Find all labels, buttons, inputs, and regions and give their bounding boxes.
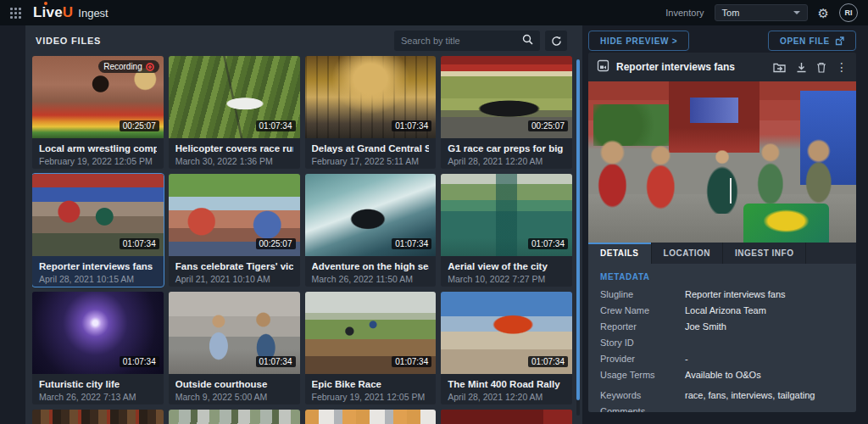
duration-badge: 01:07:34 (528, 356, 568, 367)
duration-badge: 01:07:34 (120, 238, 159, 249)
duration-badge: 00:25:07 (256, 238, 296, 249)
video-info: Helicopter covers race runners March 30,… (169, 138, 300, 166)
details-tab-content: METADATA Slugline Reporter interviews fa… (588, 264, 856, 412)
metadata-value: Joe Smith (685, 321, 726, 332)
tab-details[interactable]: DETAILS (588, 243, 652, 264)
metadata-row: Comments (600, 406, 844, 412)
video-info: G1 race car preps for big day April 28, … (441, 138, 572, 166)
preview-tabs: DETAILS LOCATION INGEST INFO (588, 243, 856, 264)
open-file-button[interactable]: OPEN FILE (768, 31, 856, 51)
video-title: Helicopter covers race runners (175, 143, 293, 153)
refresh-button[interactable] (545, 31, 567, 51)
duration-badge: 00:25:07 (120, 120, 159, 131)
video-date: March 9, 2022 5:00 AM (175, 392, 293, 402)
external-link-icon (835, 36, 844, 46)
duration-badge: 01:07:34 (392, 356, 431, 367)
video-date: March 30, 2022 1:36 PM (175, 156, 293, 166)
video-title: Delays at Grand Central Station (312, 143, 430, 153)
metadata-label: Crew Name (600, 305, 685, 315)
video-card[interactable]: 01:07:34 The Mint 400 Road Rally April 2… (441, 292, 572, 404)
video-info: Outside courthouse March 9, 2022 5:00 AM (169, 374, 300, 402)
video-card-partial[interactable] (441, 410, 572, 424)
files-panel-header: VIDEO FILES (25, 25, 582, 56)
video-card-partial[interactable] (169, 410, 300, 424)
hide-preview-button[interactable]: HIDE PREVIEW > (588, 31, 689, 51)
video-card[interactable]: 01:07:34 Epic Bike Race February 19, 202… (305, 292, 437, 404)
settings-gear-icon[interactable]: ⚙ (818, 7, 829, 20)
video-date: April 28, 2021 12:20 AM (448, 392, 565, 402)
metadata-label: Provider (600, 354, 685, 364)
video-date: March 26, 2022 7:13 AM (39, 392, 157, 402)
preview-title: Reporter interviews fans (616, 61, 766, 73)
user-avatar[interactable]: RI (839, 3, 858, 22)
metadata-label: Usage Terms (600, 370, 685, 380)
delete-trash-icon[interactable] (816, 62, 826, 73)
inventory-select[interactable]: Tom (715, 4, 808, 21)
video-info: Epic Bike Race February 19, 2021 12:05 P… (305, 374, 437, 402)
metadata-label: Slugline (600, 289, 685, 299)
metadata-row: Story ID (600, 338, 844, 348)
preview-image (588, 81, 856, 243)
video-card[interactable]: 01:07:34 Outside courthouse March 9, 202… (169, 292, 300, 404)
duration-badge: 01:07:34 (256, 356, 296, 367)
search-input[interactable] (401, 36, 522, 46)
video-date: April 28, 2021 10:15 AM (39, 274, 157, 284)
recording-dot-icon (146, 63, 154, 71)
video-card-partial[interactable] (305, 410, 437, 424)
video-card[interactable]: 00:25:07 G1 race car preps for big day A… (441, 56, 572, 169)
chevron-down-icon (793, 11, 800, 14)
video-files-panel: VIDEO FILES Recording 00:25:07 Local arm… (25, 25, 582, 424)
video-title: Adventure on the high seas (312, 261, 430, 271)
page-title: VIDEO FILES (36, 36, 101, 46)
metadata-label: Reporter (600, 321, 685, 332)
grid-scrollbar (576, 59, 580, 416)
app-launcher-icon[interactable] (10, 8, 21, 19)
inventory-label: Inventory (665, 8, 704, 18)
video-grid-scroll-area: Recording 00:25:07 Local arm wrestling c… (32, 56, 572, 424)
search-icon[interactable] (522, 33, 533, 48)
video-card[interactable]: 01:07:34 Aerial view of the city March 1… (441, 174, 572, 287)
video-date: April 28, 2021 12:20 AM (448, 156, 565, 166)
tab-ingest-info[interactable]: INGEST INFO (723, 243, 806, 264)
metadata-row: Usage Terms Available to O&Os (600, 370, 844, 380)
metadata-value: Reporter interviews fans (685, 289, 786, 299)
video-title: Epic Bike Race (312, 379, 430, 389)
video-title: Aerial view of the city (448, 261, 565, 271)
video-date: February 19, 2021 12:05 PM (312, 392, 430, 402)
more-options-kebab-icon[interactable]: ⋮ (836, 61, 848, 73)
top-bar: LiveU Ingest Inventory Tom ⚙ RI (0, 0, 868, 25)
duration-badge: 01:07:34 (528, 238, 568, 249)
video-card[interactable]: 01:07:34 Adventure on the high seas Marc… (305, 174, 437, 287)
search-box (394, 31, 540, 51)
video-date: March 26, 2022 11:50 AM (312, 274, 430, 284)
video-card[interactable]: 01:07:34 Futuristic city life March 26, … (32, 292, 164, 404)
move-to-folder-icon[interactable] (773, 62, 787, 73)
metadata-row: Keywords race, fans, interviews, tailgat… (600, 390, 844, 400)
video-card[interactable]: 01:07:34 Helicopter covers race runners … (169, 56, 300, 169)
duration-badge: 01:07:34 (392, 120, 431, 131)
grid-scrollbar-thumb[interactable] (576, 59, 580, 400)
recording-badge: Recording (98, 60, 159, 73)
duration-badge: 00:25:07 (528, 120, 568, 131)
video-info: Fans celebrate Tigers' victory April 21,… (169, 256, 300, 284)
video-thumbnail (169, 410, 300, 424)
video-info: The Mint 400 Road Rally April 28, 2021 1… (441, 374, 572, 402)
metadata-value: - (685, 354, 688, 364)
video-card[interactable]: 01:07:34 Reporter interviews fans April … (32, 174, 164, 287)
video-title: Local arm wrestling competition (39, 143, 157, 153)
tab-location[interactable]: LOCATION (652, 243, 723, 264)
video-date: April 21, 2021 10:10 AM (175, 274, 293, 284)
metadata-value: Local Arizona Team (685, 305, 766, 315)
download-icon[interactable] (796, 62, 807, 73)
video-card[interactable]: Recording 00:25:07 Local arm wrestling c… (32, 56, 164, 169)
video-info: Adventure on the high seas March 26, 202… (305, 256, 437, 284)
video-info: Futuristic city life March 26, 2022 7:13… (32, 374, 164, 402)
video-card-partial[interactable] (32, 410, 164, 424)
inventory-selected-value: Tom (722, 8, 740, 18)
video-card[interactable]: 01:07:34 Delays at Grand Central Station… (305, 56, 437, 169)
video-card[interactable]: 00:25:07 Fans celebrate Tigers' victory … (169, 174, 300, 287)
preview-panel: Reporter interviews fans ⋮ DETAILS LOCAT… (588, 53, 856, 412)
video-title: Futuristic city life (39, 379, 157, 389)
video-thumbnail (32, 410, 164, 424)
duration-badge: 01:07:34 (256, 120, 296, 131)
